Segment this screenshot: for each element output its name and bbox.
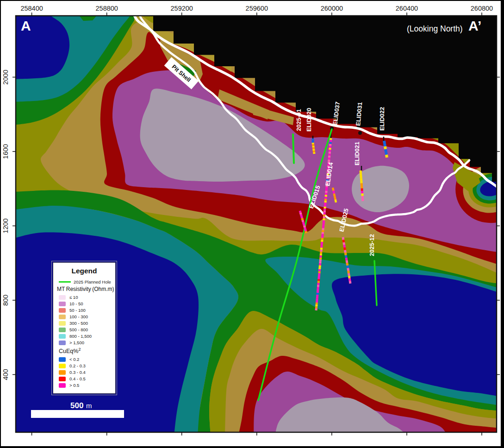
svg-text:260800: 260800: [471, 5, 493, 12]
svg-text:258800: 258800: [96, 5, 118, 12]
svg-text:259600: 259600: [246, 5, 268, 12]
svg-text:258400: 258400: [20, 5, 43, 12]
svg-text:1600: 1600: [2, 144, 9, 159]
svg-text:260000: 260000: [321, 5, 343, 12]
svg-text:260400: 260400: [396, 5, 418, 12]
svg-text:2000: 2000: [2, 69, 9, 84]
svg-text:800: 800: [2, 295, 9, 306]
svg-text:259200: 259200: [171, 5, 193, 12]
svg-text:A’: A’: [468, 18, 481, 33]
svg-text:500: 500: [70, 401, 83, 410]
svg-text:m: m: [86, 402, 92, 410]
svg-text:1200: 1200: [2, 218, 9, 233]
svg-text:400: 400: [2, 369, 9, 380]
svg-text:(Looking North): (Looking North): [407, 24, 463, 33]
svg-text:A: A: [21, 18, 31, 33]
